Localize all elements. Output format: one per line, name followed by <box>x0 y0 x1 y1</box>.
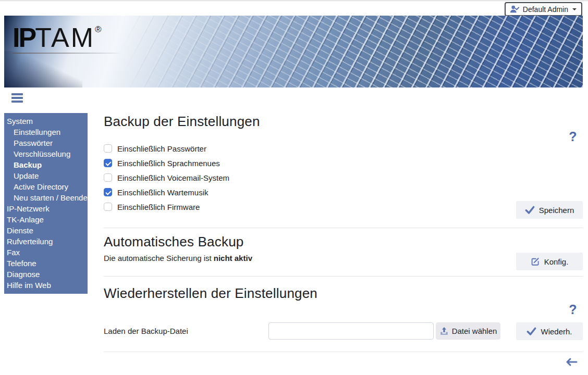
sidebar-item-tk-anlage[interactable]: TK-Anlage <box>4 214 88 225</box>
logo-registered-mark: ® <box>95 24 102 34</box>
checkbox-wartemusik[interactable] <box>104 188 112 196</box>
section-divider <box>104 352 583 352</box>
checkbox-row-wartemusik: Einschließlich Wartemusik <box>104 185 229 199</box>
restore-section-title: Wiederherstellen der Einstellungen <box>104 285 317 302</box>
logo-underline <box>13 53 121 54</box>
iptam-logo: IPTAM® <box>13 24 121 54</box>
sidebar-item-update[interactable]: Update <box>4 170 88 181</box>
edit-icon <box>531 257 540 266</box>
banner-corner-shade <box>4 51 82 88</box>
sidebar-item-dienste[interactable]: Dienste <box>4 225 88 236</box>
sidebar-item-ip-netzwerk[interactable]: IP-Netzwerk <box>4 203 88 214</box>
checkbox-voicemail[interactable] <box>104 173 112 182</box>
file-upload-label: Laden der Backup-Datei <box>104 327 188 335</box>
checkbox-row-firmware: Einschließlich Firmware <box>104 199 229 214</box>
backup-section-title: Backup der Einstellungen <box>104 114 260 130</box>
sidebar-item-passwoerter[interactable]: Passwörter <box>4 138 88 148</box>
caret-down-icon <box>572 8 577 10</box>
sidebar-item-active-directory[interactable]: Active Directory <box>4 181 88 192</box>
section-divider <box>104 228 583 228</box>
backup-options: Einschließlich PasswörterEinschließlich … <box>104 141 229 214</box>
sidebar-item-einstellungen[interactable]: Einstellungen <box>4 127 88 138</box>
sidebar-item-rufverteilung[interactable]: Rufverteilung <box>4 236 88 247</box>
checkbox-firmware[interactable] <box>104 203 112 211</box>
config-button-label: Konfig. <box>544 257 569 266</box>
auto-backup-section-title: Automatisches Backup <box>104 234 243 250</box>
status-text: Die automatische Sicherung ist <box>104 254 212 262</box>
check-icon <box>526 327 536 335</box>
user-check-icon <box>509 5 520 14</box>
back-arrow-icon[interactable] <box>565 357 578 369</box>
checkbox-label-firmware: Einschließlich Firmware <box>117 203 200 211</box>
checkbox-sprachmenues[interactable] <box>104 159 112 167</box>
user-menu-button[interactable]: Default Admin <box>505 2 582 16</box>
logo-text-bold: IP <box>13 22 35 53</box>
check-icon <box>525 206 535 214</box>
sidebar-item-hilfe-im-web[interactable]: Hilfe im Web <box>4 280 88 291</box>
sidebar-item-diagnose[interactable]: Diagnose <box>4 269 88 280</box>
backup-file-input[interactable] <box>268 322 434 340</box>
choose-file-button[interactable]: Datei wählen <box>436 322 500 340</box>
checkbox-label-sprachmenues: Einschließlich Sprachmenues <box>117 159 220 168</box>
logo-text: TAM <box>35 22 95 53</box>
status-value: nicht aktiv <box>214 254 252 262</box>
checkbox-label-voicemail: Einschließlich Voicemail-System <box>117 173 229 182</box>
checkbox-row-passwoerter: Einschließlich Passwörter <box>104 141 229 156</box>
save-button[interactable]: Speichern <box>516 201 583 219</box>
checkbox-row-voicemail: Einschließlich Voicemail-System <box>104 170 229 185</box>
restore-button[interactable]: Wiederh. <box>516 322 583 340</box>
choose-file-button-label: Datei wählen <box>452 327 497 335</box>
upload-icon <box>439 327 449 335</box>
checkbox-label-passwoerter: Einschließlich Passwörter <box>117 144 206 153</box>
sidebar-item-backup[interactable]: Backup <box>4 159 88 170</box>
top-border <box>0 1 588 1</box>
menu-icon[interactable] <box>11 93 23 104</box>
sidebar-item-neu-starten[interactable]: Neu starten / Beenden <box>4 192 88 203</box>
sidebar-item-system[interactable]: System <box>4 116 88 127</box>
restore-button-label: Wiederh. <box>541 327 572 336</box>
checkbox-passwoerter[interactable] <box>104 144 112 153</box>
help-icon[interactable]: ? <box>567 129 579 144</box>
config-button[interactable]: Konfig. <box>516 253 583 270</box>
help-icon[interactable]: ? <box>567 302 579 317</box>
sidebar-item-verschluesselung[interactable]: Verschlüsselung <box>4 148 88 159</box>
user-menu-label: Default Admin <box>523 5 568 14</box>
save-button-label: Speichern <box>539 206 574 215</box>
auto-backup-status: Die automatische Sicherung istnicht akti… <box>104 254 252 262</box>
header-banner: IPTAM® <box>4 16 583 88</box>
sidebar-nav: SystemEinstellungenPasswörterVerschlüsse… <box>4 113 88 294</box>
checkbox-row-sprachmenues: Einschließlich Sprachmenues <box>104 156 229 170</box>
section-divider <box>104 276 583 277</box>
sidebar-item-telefone[interactable]: Telefone <box>4 258 88 269</box>
sidebar-item-fax[interactable]: Fax <box>4 247 88 258</box>
checkbox-label-wartemusik: Einschließlich Wartemusik <box>117 188 209 197</box>
